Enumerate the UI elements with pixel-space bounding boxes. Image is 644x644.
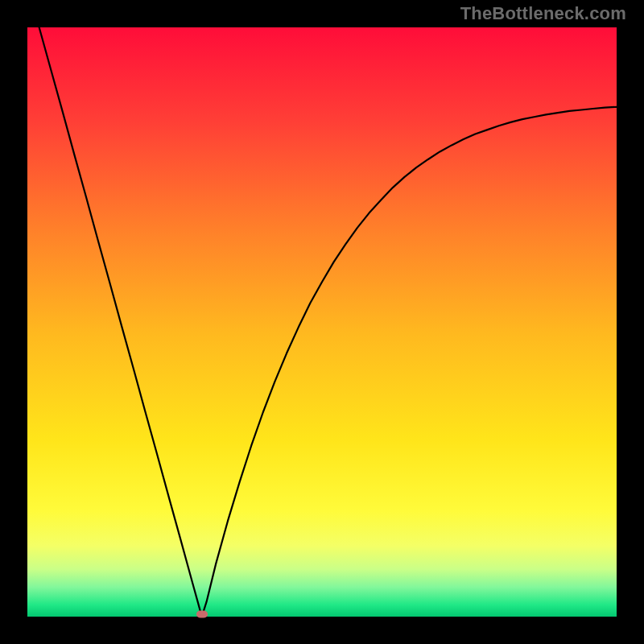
watermark-text: TheBottleneck.com [460, 3, 626, 24]
chart-curve [27, 27, 617, 617]
chart-stage: TheBottleneck.com [0, 0, 644, 644]
chart-marker [196, 611, 208, 618]
chart-frame [26, 26, 618, 618]
